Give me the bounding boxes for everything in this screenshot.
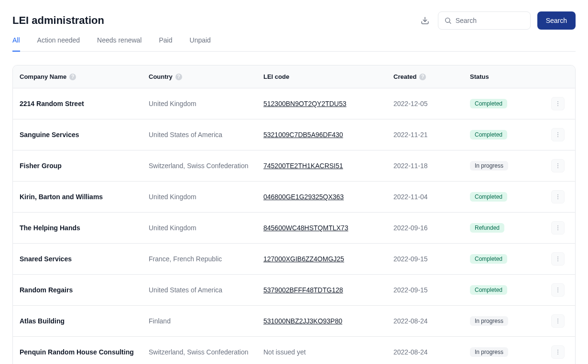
cell-company: Penquin Random House Consulting [13,337,142,364]
cell-lei: Not issued yet [257,337,387,364]
col-header-country[interactable]: Country? [142,65,257,88]
tab-paid[interactable]: Paid [159,36,172,52]
more-vertical-icon [555,193,561,200]
col-header-company[interactable]: Company Name? [13,65,142,88]
cell-country: Switzerland, Swiss Confederation [142,150,257,182]
cell-company: Atlas Building [13,306,142,337]
tab-needs-renewal[interactable]: Needs renewal [97,36,142,52]
svg-point-17 [557,229,558,230]
table-row: 2214 Random StreetUnited Kingdom512300BN… [13,88,575,119]
cell-lei: 127000XGIB6ZZ4OMGJ25 [257,244,387,275]
svg-point-21 [557,288,558,289]
cell-status: In progress [463,337,544,364]
cell-lei: 845600WC48HSTQMTLX73 [257,213,387,244]
tab-all[interactable]: All [12,36,20,52]
svg-point-9 [557,163,558,164]
svg-point-25 [557,321,558,321]
page-title: LEI administration [12,14,104,27]
svg-point-22 [557,289,558,290]
col-header-country-label: Country [149,73,173,80]
lei-link[interactable]: 127000XGIB6ZZ4OMGJ25 [263,255,344,263]
cell-country: United Kingdom [142,213,257,244]
col-header-lei[interactable]: LEI code [257,65,387,88]
row-more-button[interactable] [551,221,565,235]
help-icon[interactable]: ? [175,74,182,80]
more-vertical-icon [555,256,561,262]
tab-action-needed[interactable]: Action needed [37,36,80,52]
svg-point-3 [557,101,558,102]
cell-created: 2022-11-18 [387,150,463,182]
status-badge: Completed [470,285,507,295]
svg-point-4 [557,103,558,104]
cell-actions [544,244,575,275]
row-more-button[interactable] [551,128,565,141]
cell-company: Sanguine Services [13,119,142,150]
cell-status: Refunded [463,213,544,244]
cell-country: United Kingdom [142,88,257,119]
col-header-lei-label: LEI code [263,73,289,80]
cell-country: United States of America [142,119,257,150]
cell-company: Random Regairs [13,275,142,306]
tab-unpaid[interactable]: Unpaid [190,36,211,52]
table-row: Kirin, Barton and WilliamsUnited Kingdom… [13,182,575,213]
row-more-button[interactable] [551,252,565,266]
svg-point-16 [557,227,558,228]
cell-lei: 745200TE2TH1KACRSI51 [257,150,387,182]
cell-country: United Kingdom [142,182,257,213]
more-vertical-icon [555,131,561,138]
status-badge: Refunded [470,223,504,233]
more-vertical-icon [555,349,561,355]
cell-created: 2022-09-16 [387,213,463,244]
col-header-status-label: Status [470,73,489,80]
download-icon [421,16,429,25]
search-field[interactable] [438,11,531,30]
cell-created: 2022-08-24 [387,337,463,364]
table-row: Fisher GroupSwitzerland, Swiss Confedera… [13,150,575,182]
lei-link[interactable]: 046800GE1G29325QX363 [263,193,344,201]
cell-status: In progress [463,306,544,337]
lei-link[interactable]: 512300BN9OT2QY2TDU53 [263,100,347,107]
col-header-status[interactable]: Status [463,65,544,88]
help-icon[interactable]: ? [69,74,76,80]
cell-company: Fisher Group [13,150,142,182]
lei-link[interactable]: 845600WC48HSTQMTLX73 [263,224,348,232]
lei-not-issued: Not issued yet [263,348,306,356]
table-row: Snared ServicesFrance, French Republic12… [13,244,575,275]
search-button[interactable]: Search [537,11,576,30]
cell-created: 2022-09-15 [387,244,463,275]
download-button[interactable] [417,12,433,29]
row-more-button[interactable] [551,97,565,110]
cell-actions [544,306,575,337]
svg-point-29 [557,353,558,354]
svg-point-28 [557,352,558,353]
row-more-button[interactable] [551,283,565,297]
row-more-button[interactable] [551,159,565,172]
svg-point-6 [557,132,558,133]
lei-table: Company Name? Country? LEI code Created?… [13,65,575,364]
tabs: AllAction neededNeeds renewalPaidUnpaid [12,36,576,52]
cell-country: United States of America [142,275,257,306]
cell-country: Switzerland, Swiss Confederation [142,337,257,364]
more-vertical-icon [555,162,561,169]
cell-status: Completed [463,275,544,306]
cell-company: Kirin, Barton and Williams [13,182,142,213]
col-header-actions [544,65,575,88]
row-more-button[interactable] [551,190,565,203]
status-badge: Completed [470,130,507,139]
svg-point-5 [557,105,558,106]
lei-link[interactable]: 5379002BFFF48TDTG128 [263,286,343,294]
lei-link[interactable]: 745200TE2TH1KACRSI51 [263,162,343,170]
table-row: Random RegairsUnited States of America53… [13,275,575,306]
col-header-created[interactable]: Created? [387,65,463,88]
row-more-button[interactable] [551,314,565,328]
svg-point-23 [557,291,558,292]
cell-created: 2022-08-24 [387,306,463,337]
row-more-button[interactable] [551,345,565,359]
lei-link[interactable]: 5321009C7DB5A96DF430 [263,131,343,139]
search-input[interactable] [456,17,524,24]
help-icon[interactable]: ? [419,74,426,80]
status-badge: In progress [470,347,508,357]
cell-actions [544,150,575,182]
cell-actions [544,213,575,244]
lei-link[interactable]: 531000NBZ2JJ3KO93P80 [263,317,342,325]
